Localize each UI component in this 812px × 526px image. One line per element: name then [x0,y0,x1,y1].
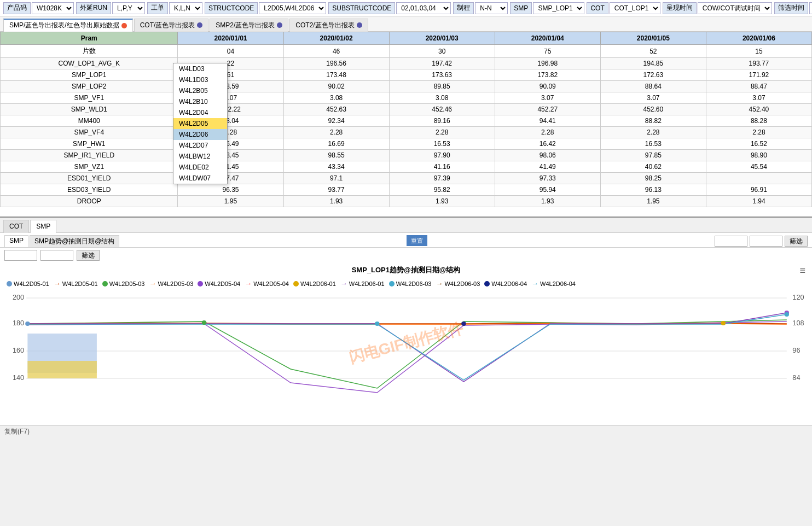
dropdown-item[interactable]: W4L2D05 [173,118,227,129]
dropdown-item[interactable]: W4L1D03 [173,74,227,85]
cell-value: 98.06 [495,150,600,161]
tab-cot-export[interactable]: COT/蓝色导出报表 [134,19,209,32]
dropdown-item[interactable]: W4LDW07 [173,173,227,184]
cell-value: 75 [495,45,600,58]
legend-item: W4L2D06-03 [389,280,432,287]
table-row: SMP_IR1_YIELD98.4598.5597.9098.0697.8598… [1,150,812,161]
cell-value: 3.08 [283,92,389,104]
svg-text:108: 108 [792,319,804,327]
dropdown-item[interactable]: W4LDE02 [173,162,227,173]
cell-value: 93.77 [283,184,389,196]
filter-input-1[interactable] [4,250,37,261]
cell-pram: COW_LOP1_AVG_K [1,58,178,69]
toolbar: 产品码 W1028K 外延RUN L,P,Y 工单 K,L,N STRUCTCO… [0,0,812,16]
cell-value: 16.42 [495,138,600,150]
cell-value: 96.91 [706,184,811,196]
table-row: SMP_LOP161173.48173.63173.82172.63171.92 [1,69,812,81]
tab-cot-badge [197,22,202,28]
label-smp: SMP [510,2,532,14]
cell-value: 1.93 [389,196,495,207]
svg-text:84: 84 [792,374,800,382]
table-row: SMP_VF13.073.083.083.073.073.07 [1,92,812,104]
cell-value: 92.34 [283,115,389,127]
cell-value: 96.35 [178,184,283,196]
label-substructcode: SUBSTRUCTCODE [328,2,395,14]
select-process[interactable]: N-N [475,2,508,14]
th-date-1: 2020/01/02 [283,32,389,45]
cell-value: 452.40 [706,104,811,115]
svg-text:120: 120 [792,294,804,301]
cell-value: 172.63 [600,69,706,81]
svg-text:180: 180 [13,319,24,327]
select-present-time[interactable]: COW/COT调试时间 [698,2,772,14]
toolbar-smp: SMP SMP_LOP1 [510,2,584,14]
tab-cot-export-label: COT/蓝色导出报表 [140,21,195,30]
filter-button-right[interactable]: 筛选 [785,236,808,247]
legend-label: W4L2D06-03 [396,280,432,287]
svg-point-18 [721,321,726,325]
legend-arrow: → [54,279,61,288]
cell-value: 171.92 [706,69,811,81]
select-structcode[interactable]: L2D05,W4L2D06 [259,2,326,14]
dropdown-item[interactable]: W4L2B10 [173,96,227,107]
dropdown-item[interactable]: W4L2D06 [173,129,227,140]
tab-smp2-export[interactable]: SMP2/蓝色导出报表 [210,19,288,32]
select-smp[interactable]: SMP_LOP1 [533,2,584,14]
toolbar-substructcode: SUBSTRUCTCODE 02,01,03,04 [328,2,451,14]
cell-value: 173.63 [389,69,495,81]
cell-value: 1.93 [495,196,600,207]
inner-tab-smp[interactable]: SMP [4,235,28,247]
cell-value: 97.1 [283,173,389,184]
table-row: ESD01_YIELD97.4797.197.3997.3398.25 [1,173,812,184]
dropdown-item[interactable]: W4L2D07 [173,140,227,151]
label-filter-time: 筛选时间 [774,2,808,14]
cell-value: 452.60 [600,104,706,115]
svg-point-17 [461,322,466,326]
select-run[interactable]: L,P,Y [112,2,145,14]
filter-input-right[interactable] [750,236,782,247]
cell-value: 452.46 [389,104,495,115]
cell-value: 89.16 [389,115,495,127]
cell-value: 3.07 [706,92,811,104]
reset-button[interactable]: 重置 [407,235,427,246]
cell-value: 16.53 [389,138,495,150]
filter-input-left[interactable] [715,236,747,247]
select-product[interactable]: W1028K [32,2,74,14]
cell-value: 1.95 [178,196,283,207]
filter-button[interactable]: 筛选 [77,250,100,261]
inner-tab-smp-trend[interactable]: SMP趋势@抽测日期@结构 [30,235,119,247]
cell-pram: DROOP [1,196,178,207]
tab-cot2-export[interactable]: COT2/蓝色导出报表 [289,19,368,32]
filter-input-2[interactable] [40,250,73,261]
dropdown-item[interactable]: W4LBW12 [173,151,227,162]
table-row: 片数044630755215 [1,45,812,58]
table-row: SMP_WLD1452.22452.63452.46452.27452.6045… [1,104,812,115]
cell-value: 88.64 [600,81,706,92]
chart-inner-tabs: SMP SMP趋势@抽测日期@结构 重置 筛选 [0,233,812,248]
cell-value: 16.69 [283,138,389,150]
legend-arrow: → [436,279,443,288]
bottom-tab-smp[interactable]: SMP [30,220,56,233]
tab-smp-export[interactable]: SMP/蓝色导出报表/红色导出原始数据 [3,19,133,32]
legend-label: W4L2D05-03 [158,280,193,287]
cell-value: 196.56 [283,58,389,69]
legend-item: W4L2D05-03 [102,280,145,287]
select-workorder[interactable]: K,L,N [169,2,202,14]
bottom-tab-cot[interactable]: COT [3,220,29,233]
select-cot[interactable]: COT_LOP1 [610,2,660,14]
chart-menu-icon[interactable]: ≡ [799,265,805,277]
input-time-from[interactable]: 2020-01-01 09:33 [809,2,812,14]
cell-pram: MM400 [1,115,178,127]
select-substructcode[interactable]: 02,01,03,04 [396,2,451,14]
dropdown-item[interactable]: W4LD03 [173,63,227,74]
dropdown-item[interactable]: W4L2D04 [173,107,227,118]
cell-pram: SMP_WLD1 [1,104,178,115]
tab-smp2-export-label: SMP2/蓝色导出报表 [216,21,275,30]
cell-value: 89.85 [389,81,495,92]
dropdown-item[interactable]: W4L2B05 [173,85,227,96]
tab-cot2-export-label: COT2/蓝色导出报表 [295,21,354,30]
legend-item: →W4L2D06-01 [340,279,385,288]
label-cot: COT [587,2,608,14]
cell-value: 95.94 [495,184,600,196]
main-tabs-row: SMP/蓝色导出报表/红色导出原始数据 COT/蓝色导出报表 SMP2/蓝色导出… [0,16,812,32]
